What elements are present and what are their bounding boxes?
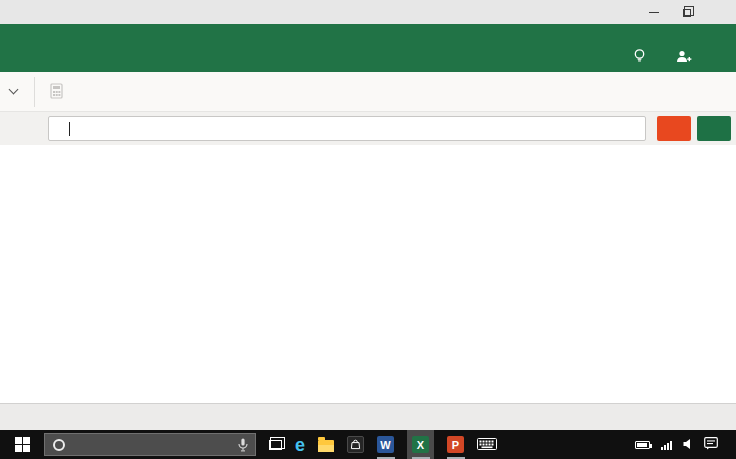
tell-me-lightbulb-icon[interactable] bbox=[633, 48, 646, 68]
taskbar: e W X P bbox=[0, 430, 736, 459]
cancel-entry-button[interactable] bbox=[657, 116, 691, 141]
system-tray bbox=[624, 436, 729, 454]
sheet-tab-strip bbox=[0, 403, 736, 430]
search-input[interactable] bbox=[73, 439, 238, 451]
store-button[interactable] bbox=[347, 430, 364, 459]
task-view-button[interactable] bbox=[269, 430, 282, 459]
share-person-icon[interactable] bbox=[676, 49, 692, 68]
ribbon-quick-icons bbox=[633, 46, 722, 70]
formula-input[interactable] bbox=[48, 116, 646, 141]
formula-bar bbox=[0, 112, 736, 145]
restore-button[interactable] bbox=[670, 0, 703, 24]
restore-icon bbox=[683, 9, 691, 17]
cortana-icon bbox=[53, 439, 65, 451]
internet-explorer-button[interactable]: e bbox=[295, 430, 305, 459]
word-button[interactable]: W bbox=[377, 430, 394, 459]
command-divider bbox=[34, 77, 35, 107]
volume-icon[interactable] bbox=[683, 436, 693, 454]
tab-strip-spacer bbox=[0, 404, 28, 430]
powerpoint-icon: P bbox=[447, 436, 464, 453]
action-center-icon[interactable] bbox=[704, 436, 718, 454]
taskbar-search[interactable] bbox=[44, 433, 256, 456]
excel-button[interactable]: X bbox=[407, 430, 434, 459]
keyboard-icon bbox=[477, 436, 497, 454]
add-sheet-button[interactable] bbox=[28, 404, 56, 430]
file-explorer-button[interactable] bbox=[318, 430, 334, 459]
minimize-icon bbox=[649, 12, 659, 13]
spreadsheet bbox=[0, 145, 736, 403]
windows-logo-icon bbox=[15, 437, 30, 452]
network-signal-icon[interactable] bbox=[661, 440, 672, 450]
calculator-icon bbox=[50, 83, 63, 101]
window-controls bbox=[637, 0, 736, 24]
text-caret bbox=[69, 122, 70, 136]
word-icon: W bbox=[377, 436, 394, 453]
start-button[interactable] bbox=[0, 430, 44, 459]
minimize-button[interactable] bbox=[637, 0, 670, 24]
title-bar bbox=[0, 0, 736, 24]
microphone-icon[interactable] bbox=[238, 438, 248, 452]
document-title bbox=[0, 24, 736, 30]
calculate-now-button[interactable] bbox=[50, 83, 70, 101]
ribbon-header bbox=[0, 24, 736, 72]
folder-icon bbox=[318, 440, 334, 452]
more-functions-chevron-icon[interactable] bbox=[9, 85, 19, 95]
close-button[interactable] bbox=[703, 0, 736, 24]
battery-icon[interactable] bbox=[635, 441, 650, 449]
formulas-command-bar bbox=[0, 72, 736, 112]
store-bag-icon bbox=[347, 436, 364, 453]
confirm-entry-button[interactable] bbox=[697, 116, 731, 141]
internet-explorer-icon: e bbox=[295, 436, 305, 454]
task-view-icon bbox=[269, 440, 282, 450]
powerpoint-button[interactable]: P bbox=[447, 430, 464, 459]
touch-keyboard-button[interactable] bbox=[477, 430, 497, 459]
excel-icon: X bbox=[412, 436, 429, 453]
